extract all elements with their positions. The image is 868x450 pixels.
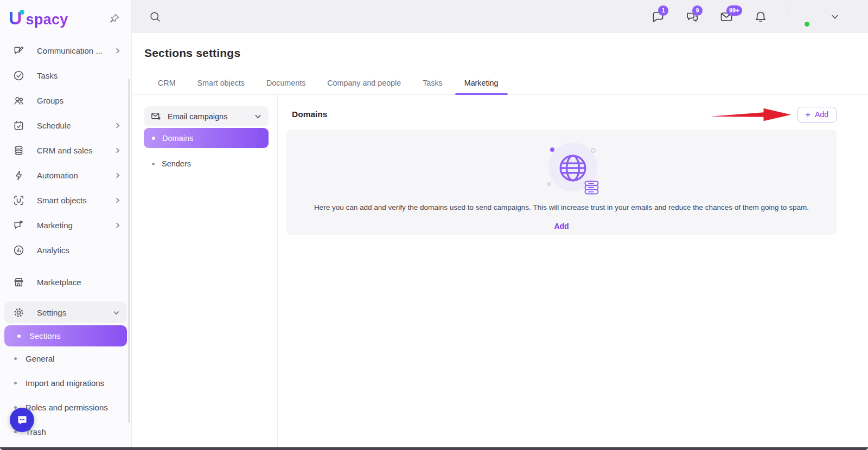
tab-smart-objects[interactable]: Smart objects bbox=[187, 73, 256, 94]
subpanel-item-domains[interactable]: Domains bbox=[144, 128, 269, 148]
sidebar-item-label: CRM and sales bbox=[37, 146, 113, 155]
envelope-send-icon bbox=[151, 111, 161, 121]
chats-badge: 9 bbox=[692, 5, 703, 16]
bullet-dot bbox=[152, 137, 155, 140]
bullet-dot bbox=[152, 163, 155, 165]
sidebar-item-smart-objects[interactable]: Smart objects bbox=[0, 188, 131, 213]
sidebar-item-label: Marketplace bbox=[37, 278, 122, 287]
sidebar-item-schedule[interactable]: Schedule bbox=[0, 113, 131, 138]
sidebar-nav: Communication ... Tasks Groups Schedule … bbox=[0, 36, 131, 444]
sidebar-item-groups[interactable]: Groups bbox=[0, 88, 131, 113]
chevron-right-icon bbox=[113, 47, 122, 55]
sidebar-item-label: Smart objects bbox=[37, 196, 113, 205]
plus-icon: + bbox=[805, 110, 810, 119]
window-bottom-edge bbox=[0, 447, 868, 450]
chevron-right-icon bbox=[113, 196, 122, 204]
bullet-dot bbox=[14, 357, 17, 360]
sidebar-divider bbox=[9, 266, 123, 266]
chat-badge: 1 bbox=[658, 5, 668, 16]
decor-ring bbox=[591, 148, 596, 153]
sidebar-item-label: Communication ... bbox=[37, 46, 113, 55]
chevron-right-icon bbox=[113, 221, 122, 229]
main-content: Sections settings CRM Smart objects Docu… bbox=[132, 33, 868, 447]
sidebar-item-label: Settings bbox=[37, 308, 112, 317]
annotation-arrow bbox=[710, 106, 793, 123]
sidebar-item-automation[interactable]: Automation bbox=[0, 163, 131, 188]
bullet-dot bbox=[17, 335, 21, 338]
domains-heading: Domains bbox=[292, 110, 327, 119]
add-domain-button[interactable]: + Add bbox=[797, 107, 837, 123]
user-avatar[interactable] bbox=[788, 5, 810, 28]
bell-icon[interactable] bbox=[754, 10, 768, 24]
chart-circle-icon bbox=[13, 245, 24, 256]
database-icon bbox=[13, 145, 24, 156]
logo-dot bbox=[20, 10, 24, 15]
sidebar-item-label: Analytics bbox=[37, 246, 122, 255]
sidebar-divider bbox=[9, 298, 123, 298]
domains-pane: Domains + Add ✕ bbox=[278, 95, 868, 447]
support-chat-button[interactable] bbox=[10, 408, 34, 432]
sidebar-item-label: Sections bbox=[29, 331, 120, 340]
logo-u-glyph: U bbox=[9, 9, 22, 27]
storefront-icon bbox=[13, 277, 24, 288]
email-campaigns-dropdown[interactable]: Email campaigns bbox=[144, 106, 269, 126]
topbar-actions: 1 9 99+ bbox=[651, 5, 868, 28]
chevron-right-icon bbox=[113, 171, 122, 179]
subpanel-item-senders[interactable]: Senders bbox=[144, 152, 269, 176]
tab-marketing[interactable]: Marketing bbox=[454, 73, 509, 94]
sidebar-item-marketing[interactable]: Marketing bbox=[0, 213, 131, 237]
chat-smile-icon bbox=[16, 414, 29, 427]
chevron-right-icon bbox=[113, 146, 122, 155]
empty-state-illustration: ✕ bbox=[521, 143, 602, 197]
sidebar-item-analytics[interactable]: Analytics bbox=[0, 237, 131, 262]
check-circle-icon bbox=[13, 70, 24, 81]
decor-x: ✕ bbox=[546, 181, 552, 188]
chat-edit-icon bbox=[13, 45, 24, 56]
chevron-down-icon[interactable] bbox=[830, 12, 840, 22]
server-stack-icon bbox=[584, 181, 599, 195]
sidebar-item-label: Import and migrations bbox=[25, 378, 104, 388]
sidebar-item-label: Roles and permissions bbox=[25, 403, 108, 412]
sidebar-item-crm[interactable]: CRM and sales bbox=[0, 138, 131, 163]
mail-badge: 99+ bbox=[726, 5, 742, 16]
tab-crm[interactable]: CRM bbox=[147, 73, 187, 94]
gear-icon bbox=[13, 307, 24, 318]
topbar: 1 9 99+ bbox=[132, 0, 868, 33]
chat-bubble-icon[interactable]: 1 bbox=[651, 10, 665, 24]
sidebar-item-tasks[interactable]: Tasks bbox=[0, 63, 131, 88]
sidebar-item-communication[interactable]: Communication ... bbox=[0, 38, 131, 63]
sidebar-item-marketplace[interactable]: Marketplace bbox=[0, 269, 131, 294]
calendar-icon bbox=[13, 120, 24, 131]
search-icon[interactable] bbox=[149, 10, 162, 23]
settings-tabs: CRM Smart objects Documents Company and … bbox=[132, 73, 868, 95]
pin-icon[interactable] bbox=[108, 12, 120, 24]
sidebar-item-general[interactable]: General bbox=[0, 346, 131, 371]
marketing-subpanel: Email campaigns Domains Senders bbox=[132, 95, 278, 447]
sidebar-scrollbar[interactable] bbox=[128, 79, 130, 423]
people-icon bbox=[13, 95, 24, 106]
tab-company-and-people[interactable]: Company and people bbox=[316, 73, 412, 94]
sidebar: U spacy Communication ... Tasks Groups S… bbox=[0, 0, 132, 447]
subpanel-item-label: Domains bbox=[162, 134, 193, 143]
avatar-photo bbox=[788, 5, 789, 15]
domains-empty-state: ✕ Here you can add and verify the domain… bbox=[286, 130, 837, 235]
add-link[interactable]: Add bbox=[554, 222, 569, 230]
dropdown-label: Email campaigns bbox=[168, 112, 254, 121]
sidebar-header: U spacy bbox=[0, 0, 131, 36]
chat-bubbles-icon[interactable]: 9 bbox=[685, 10, 699, 24]
sidebar-item-sections[interactable]: Sections bbox=[4, 325, 127, 346]
tab-documents[interactable]: Documents bbox=[256, 73, 316, 94]
mail-icon[interactable]: 99+ bbox=[719, 10, 733, 24]
online-status-dot bbox=[803, 21, 810, 28]
sidebar-item-import-migrations[interactable]: Import and migrations bbox=[0, 371, 131, 395]
sidebar-item-label: General bbox=[25, 354, 54, 363]
chevron-down-icon bbox=[112, 308, 120, 317]
sidebar-item-label: Marketing bbox=[37, 221, 113, 230]
chevron-down-icon bbox=[254, 112, 262, 120]
bullet-dot bbox=[14, 382, 17, 384]
sidebar-item-settings[interactable]: Settings bbox=[4, 301, 127, 323]
tab-tasks[interactable]: Tasks bbox=[412, 73, 454, 94]
megaphone-bubble-icon bbox=[13, 220, 24, 231]
uspacy-logo[interactable]: U spacy bbox=[9, 9, 68, 28]
sidebar-item-label: Schedule bbox=[37, 121, 113, 130]
